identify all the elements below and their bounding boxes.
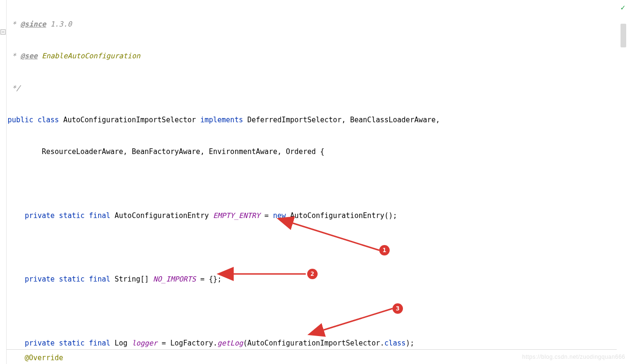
editor-gutter: −	[0, 0, 7, 364]
code-line: ResourceLoaderAware, BeanFactoryAware, E…	[7, 145, 617, 159]
code-line	[7, 176, 617, 191]
watermark-text: https://blog.csdn.net/zuodingquan666	[522, 354, 626, 360]
fold-handle-icon[interactable]: −	[0, 29, 6, 35]
code-editor[interactable]: * @since 1.3.0 * @see EnableAutoConfigur…	[7, 0, 617, 364]
separator-line	[7, 349, 617, 350]
code-line	[7, 304, 617, 318]
code-line: private static final Log logger = LogFac…	[7, 336, 617, 351]
inspection-ok-icon[interactable]: ✓	[621, 3, 625, 12]
code-line: private static final String[] NO_IMPORTS…	[7, 272, 617, 287]
partial-line: @Override	[25, 354, 63, 362]
code-line: private static final AutoConfigurationEn…	[7, 209, 617, 223]
code-line: * @since 1.3.0	[7, 17, 617, 32]
code-line: * @see EnableAutoConfiguration	[7, 49, 617, 64]
code-line: */	[7, 81, 617, 96]
vertical-scrollbar[interactable]	[621, 24, 626, 47]
code-line: public class AutoConfigurationImportSele…	[7, 113, 617, 127]
code-line	[7, 240, 617, 255]
